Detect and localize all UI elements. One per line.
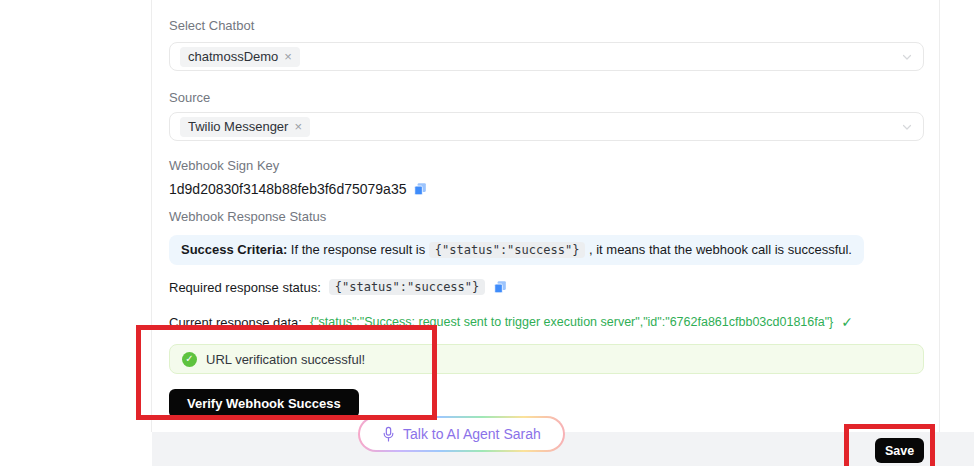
success-criteria-note: Success Criteria: If the response result… <box>169 235 864 265</box>
chevron-down-icon <box>901 51 913 63</box>
required-status-row: Required response status: {"status":"suc… <box>169 279 924 295</box>
current-response-row: Current response data: {"status":"Succes… <box>169 314 924 330</box>
chatbot-tag-label: chatmossDemo <box>188 50 278 64</box>
microphone-icon <box>382 426 395 443</box>
talk-to-agent-button[interactable]: Talk to AI Agent Sarah <box>358 416 565 452</box>
checkmark-icon: ✓ <box>841 314 853 330</box>
talk-to-agent-inner: Talk to AI Agent Sarah <box>360 418 563 450</box>
webhook-settings-page: Select Chatbot chatmossDemo × Source Twi… <box>0 0 974 466</box>
copy-icon[interactable] <box>493 280 507 294</box>
url-verification-alert: ✓ URL verification successful! <box>169 344 924 374</box>
sign-key-label: Webhook Sign Key <box>169 159 924 173</box>
sign-key-row: 1d9d20830f3148b88feb3f6d75079a35 <box>169 181 924 197</box>
chatbot-select[interactable]: chatmossDemo × <box>169 42 924 71</box>
copy-icon[interactable] <box>413 182 427 196</box>
success-criteria-code: {"status":"success"} <box>429 242 586 258</box>
required-status-label: Required response status: <box>169 280 321 295</box>
required-status-code: {"status":"success"} <box>329 279 486 295</box>
remove-source-tag-icon[interactable]: × <box>294 120 302 134</box>
response-status-label: Webhook Response Status <box>169 210 924 224</box>
sign-key-value: 1d9d20830f3148b88feb3f6d75079a35 <box>169 181 406 197</box>
webhook-settings-panel: Select Chatbot chatmossDemo × Source Twi… <box>151 0 940 432</box>
source-selected-tag: Twilio Messenger × <box>180 117 310 137</box>
success-criteria-post: , it means that the webhook call is succ… <box>585 242 852 257</box>
source-select[interactable]: Twilio Messenger × <box>169 112 924 141</box>
chevron-down-icon <box>901 121 913 133</box>
source-label: Source <box>169 91 924 105</box>
current-response-value: {"status":"Success: request sent to trig… <box>310 315 833 329</box>
save-button[interactable]: Save <box>875 438 924 463</box>
source-tag-label: Twilio Messenger <box>188 120 288 134</box>
success-criteria-pre: If the response result is <box>287 242 429 257</box>
success-criteria-title: Success Criteria: <box>181 242 287 257</box>
select-chatbot-label: Select Chatbot <box>169 19 924 33</box>
current-response-label: Current response data: <box>169 315 302 330</box>
verify-webhook-success-button[interactable]: Verify Webhook Success <box>169 389 359 418</box>
check-circle-icon: ✓ <box>182 352 197 367</box>
url-verification-message: URL verification successful! <box>206 352 365 367</box>
talk-to-agent-label: Talk to AI Agent Sarah <box>403 426 541 442</box>
chatbot-selected-tag: chatmossDemo × <box>180 47 300 67</box>
remove-chatbot-tag-icon[interactable]: × <box>284 50 292 64</box>
